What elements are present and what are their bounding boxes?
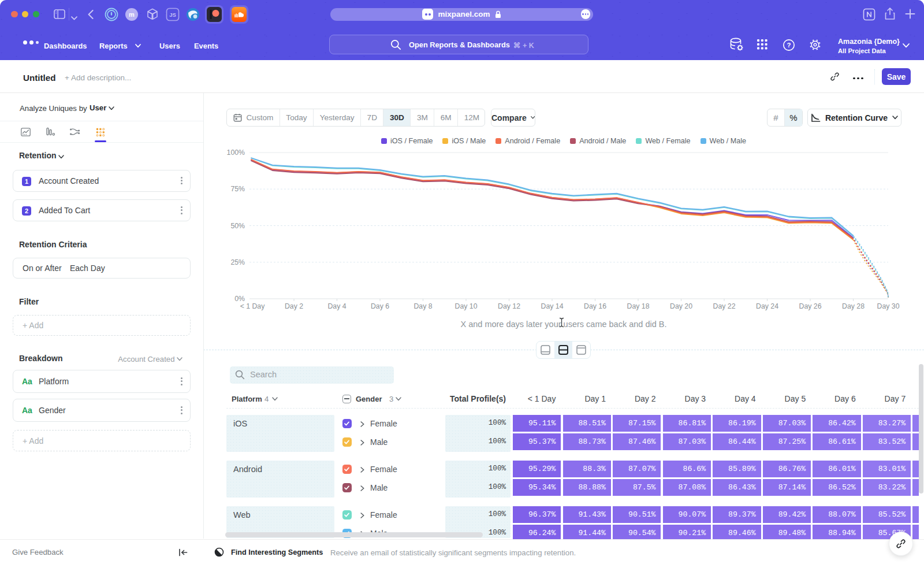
svg-text:Day 16: Day 16 — [584, 302, 606, 310]
svg-text:< 1 Day: < 1 Day — [240, 302, 266, 310]
svg-text:Day 12: Day 12 — [498, 302, 520, 310]
svg-text:50%: 50% — [230, 222, 245, 230]
svg-text:0%: 0% — [234, 295, 245, 303]
svg-text:?: ? — [787, 42, 791, 49]
svg-text:100%: 100% — [227, 149, 245, 157]
svg-text:Day 4: Day 4 — [327, 302, 346, 310]
svg-text:Day 30: Day 30 — [877, 302, 900, 310]
svg-text:Day 10: Day 10 — [455, 302, 478, 310]
svg-text:Day 18: Day 18 — [627, 302, 650, 310]
svg-text:Day 8: Day 8 — [413, 302, 432, 310]
svg-text:JS: JS — [169, 12, 176, 18]
svg-text:Day 26: Day 26 — [799, 302, 822, 310]
svg-text:Day 28: Day 28 — [842, 302, 865, 310]
svg-text:Day 24: Day 24 — [756, 302, 778, 310]
svg-text:Day 20: Day 20 — [670, 302, 692, 310]
svg-text:Day 6: Day 6 — [371, 302, 389, 310]
svg-text:25%: 25% — [230, 258, 245, 266]
svg-text:Day 14: Day 14 — [541, 302, 564, 310]
svg-text:m: m — [129, 11, 135, 18]
svg-text:Day 2: Day 2 — [285, 302, 303, 310]
svg-text:Day 22: Day 22 — [713, 302, 736, 310]
svg-text:75%: 75% — [230, 185, 245, 193]
